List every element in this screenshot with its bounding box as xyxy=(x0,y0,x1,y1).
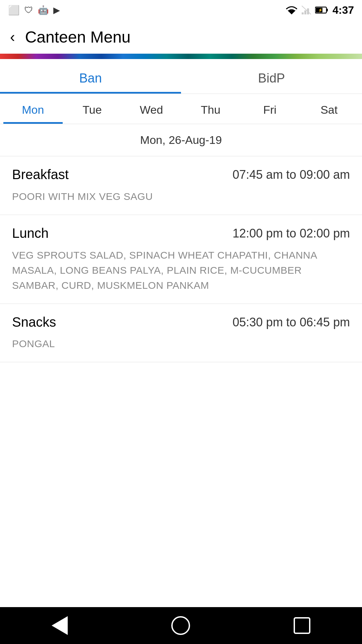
tab-mon[interactable]: Mon xyxy=(3,94,63,124)
shield-icon: 🛡 xyxy=(24,5,33,15)
tab-tue[interactable]: Tue xyxy=(63,94,122,124)
battery-icon: ⚡ xyxy=(315,6,328,14)
svg-rect-6 xyxy=(326,9,328,11)
svg-rect-2 xyxy=(304,10,306,14)
snacks-label: Snacks xyxy=(12,315,56,330)
page-title: Canteen Menu xyxy=(25,28,131,46)
status-bar: ⬜ 🛡 🤖 ▶ ⚡ 4:37 xyxy=(0,0,362,20)
date-header: Mon, 26-Aug-19 xyxy=(0,124,362,156)
tab-thu[interactable]: Thu xyxy=(181,94,240,124)
snacks-section: Snacks 05:30 pm to 06:45 pm PONGAL xyxy=(0,304,362,363)
top-tabs: Ban BidP xyxy=(0,59,362,94)
snacks-header: Snacks 05:30 pm to 06:45 pm xyxy=(12,315,350,330)
gallery-icon: ⬜ xyxy=(8,5,20,16)
tab-fri[interactable]: Fri xyxy=(240,94,300,124)
snacks-time: 05:30 pm to 06:45 pm xyxy=(233,315,350,330)
breakfast-label: Breakfast xyxy=(12,167,69,182)
app-bar: ‹ Canteen Menu xyxy=(0,20,362,54)
tab-bidp[interactable]: BidP xyxy=(181,59,362,94)
snacks-items: PONGAL xyxy=(12,336,350,351)
breakfast-section: Breakfast 07:45 am to 09:00 am POORI WIT… xyxy=(0,156,362,215)
recents-square-icon xyxy=(294,617,310,634)
breakfast-items: POORI WITH MIX VEG SAGU xyxy=(12,189,350,204)
breakfast-header: Breakfast 07:45 am to 09:00 am xyxy=(12,167,350,183)
wifi-icon xyxy=(286,6,298,14)
android-icon: 🤖 xyxy=(38,5,49,15)
tab-ban[interactable]: Ban xyxy=(0,59,181,94)
svg-text:⚡: ⚡ xyxy=(318,8,323,12)
recents-nav-button[interactable] xyxy=(294,617,310,634)
play-icon: ▶ xyxy=(53,5,60,15)
lunch-time: 12:00 pm to 02:00 pm xyxy=(233,226,350,241)
status-time: 4:37 xyxy=(333,4,354,16)
rainbow-bar xyxy=(0,54,362,59)
lunch-header: Lunch 12:00 pm to 02:00 pm xyxy=(12,226,350,241)
bottom-nav xyxy=(0,607,362,644)
lunch-items: VEG SPROUTS SALAD, SPINACH WHEAT CHAPATH… xyxy=(12,248,350,293)
lunch-label: Lunch xyxy=(12,226,49,241)
breakfast-time: 07:45 am to 09:00 am xyxy=(233,167,350,183)
status-icons-left: ⬜ 🛡 🤖 ▶ xyxy=(8,5,60,16)
home-circle-icon xyxy=(171,616,190,635)
back-button[interactable]: ‹ xyxy=(10,30,15,44)
signal-icon xyxy=(302,6,311,14)
tab-sat[interactable]: Sat xyxy=(299,94,359,124)
tab-wed[interactable]: Wed xyxy=(122,94,181,124)
svg-rect-1 xyxy=(302,12,304,14)
status-icons-right: ⚡ 4:37 xyxy=(286,4,354,16)
home-nav-button[interactable] xyxy=(171,616,190,635)
day-tabs: Mon Tue Wed Thu Fri Sat xyxy=(0,94,362,124)
back-triangle-icon xyxy=(52,616,68,635)
lunch-section: Lunch 12:00 pm to 02:00 pm VEG SPROUTS S… xyxy=(0,215,362,304)
back-nav-button[interactable] xyxy=(52,616,68,635)
